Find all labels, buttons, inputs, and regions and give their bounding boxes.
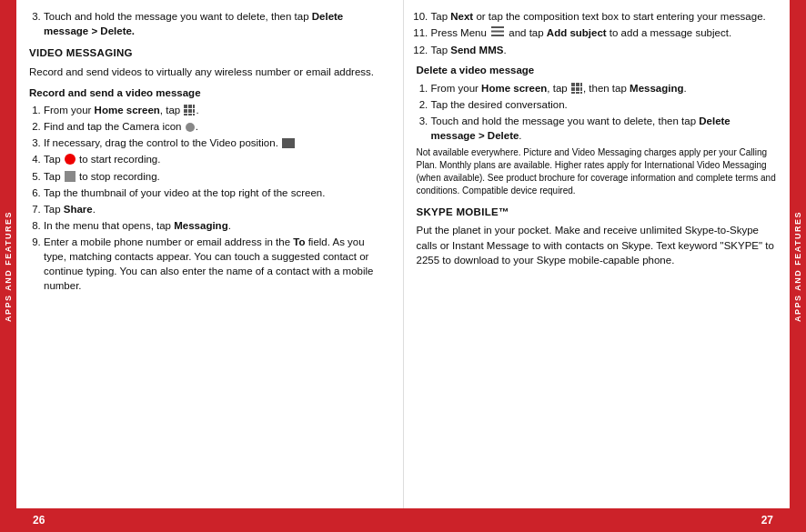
- skype-heading: SKYPE MOBILE™: [417, 205, 778, 220]
- list-item: Tap the desired conversation.: [431, 97, 778, 112]
- bold-text: Home screen: [481, 83, 547, 94]
- svg-rect-7: [188, 114, 192, 115]
- list-item: Tap Send MMS.: [431, 43, 778, 57]
- svg-rect-11: [491, 35, 504, 36]
- right-page-number: 27: [761, 514, 773, 527]
- left-page-number: 26: [33, 514, 45, 527]
- record-heading: Record and send a video message: [29, 85, 390, 101]
- svg-rect-2: [193, 105, 195, 108]
- menu-icon: [491, 25, 504, 40]
- svg-rect-10: [491, 31, 504, 33]
- svg-rect-4: [188, 109, 192, 113]
- svg-rect-5: [193, 109, 195, 113]
- bold-text: Messaging: [174, 220, 227, 231]
- list-item: Tap Share.: [44, 202, 390, 216]
- page: APPS AND FEATURES Touch and hold the mes…: [0, 0, 806, 532]
- camera-icon: [186, 123, 195, 132]
- video-messaging-heading: VIDEO MESSAGING: [29, 45, 390, 61]
- list-item: In the menu that opens, tap Messaging.: [44, 218, 390, 233]
- bold-text: Next: [450, 11, 473, 22]
- list-item: Touch and hold the message you want to d…: [44, 9, 390, 38]
- svg-rect-18: [571, 92, 575, 94]
- svg-rect-12: [571, 83, 575, 86]
- svg-rect-15: [571, 87, 575, 91]
- svg-rect-14: [580, 83, 582, 86]
- right-column: Tap Next or tap the composition text box…: [404, 0, 791, 508]
- bold-text: Share: [64, 204, 93, 215]
- video-messaging-desc: Record and send videos to virtually any …: [29, 65, 390, 80]
- left-tab-label: APPS AND FEATURES: [4, 210, 13, 321]
- svg-rect-1: [188, 105, 192, 108]
- right-side-tab: APPS AND FEATURES: [790, 0, 806, 532]
- svg-rect-20: [580, 92, 582, 94]
- bold-text: Add subject: [547, 27, 607, 38]
- svg-rect-16: [576, 87, 579, 91]
- left-side-tab: APPS AND FEATURES: [0, 0, 16, 532]
- list-item: Tap to stop recording.: [44, 169, 390, 184]
- svg-rect-8: [193, 114, 195, 115]
- skype-desc: Put the planet in your pocket. Make and …: [417, 223, 778, 268]
- svg-rect-3: [184, 109, 187, 113]
- columns: Touch and hold the message you want to d…: [16, 0, 790, 508]
- svg-rect-13: [576, 83, 579, 86]
- svg-rect-0: [184, 105, 187, 108]
- list-item: From your Home screen, tap: [44, 103, 390, 117]
- stop-icon: [65, 171, 76, 182]
- list-item: Touch and hold the message you want to d…: [431, 114, 778, 143]
- list-item: Tap Next or tap the composition text box…: [431, 9, 778, 24]
- record-icon: [65, 154, 76, 165]
- left-column: Touch and hold the message you want to d…: [16, 0, 404, 508]
- svg-rect-6: [184, 114, 187, 115]
- grid-icon: [570, 82, 583, 95]
- svg-rect-17: [580, 87, 582, 91]
- list-item: From your Home screen, tap: [431, 81, 778, 95]
- note-text: Not available everywhere. Picture and Vi…: [417, 146, 778, 197]
- footer-bar: 26 27: [16, 508, 790, 532]
- video-position-icon: [282, 138, 295, 148]
- right-tab-label: APPS AND FEATURES: [793, 210, 802, 321]
- bold-text: Delete message > Delete.: [44, 11, 343, 36]
- list-item: Enter a mobile phone number or email add…: [44, 235, 390, 293]
- content-area: Touch and hold the message you want to d…: [16, 0, 790, 532]
- bold-text: Send MMS: [450, 45, 503, 55]
- list-item: If necessary, drag the control to the Vi…: [44, 136, 390, 150]
- list-item: Tap the thumbnail of your video at the t…: [44, 186, 390, 200]
- list-item: Press Menu and tap Add subject to add a …: [431, 25, 778, 41]
- list-item: Find and tap the Camera icon .: [44, 119, 390, 134]
- svg-rect-9: [491, 26, 504, 28]
- svg-rect-19: [576, 92, 579, 94]
- bold-text: To: [293, 236, 305, 247]
- grid-icon: [183, 104, 196, 116]
- list-item: Tap to start recording.: [44, 152, 390, 166]
- bold-text: Messaging: [630, 83, 683, 94]
- delete-video-heading: Delete a video message: [417, 63, 778, 78]
- bold-text: Home screen: [95, 105, 160, 115]
- bold-text: Delete message > Delete: [431, 115, 730, 141]
